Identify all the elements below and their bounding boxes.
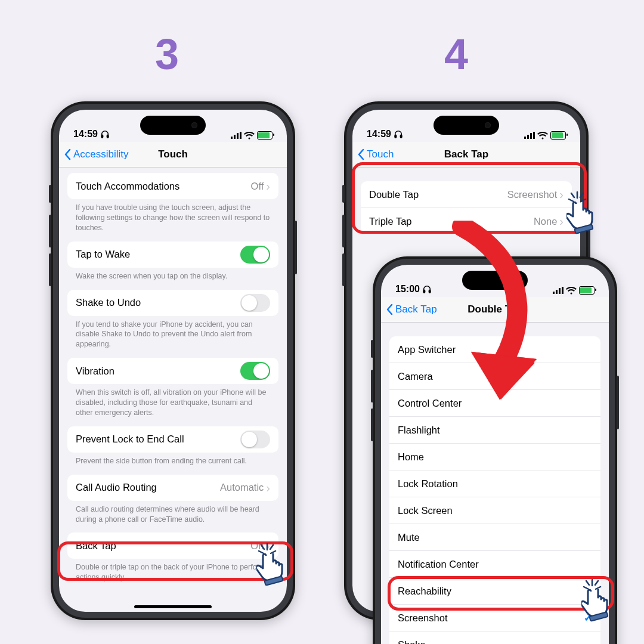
cellular-icon [553,287,564,294]
option-label: Home [398,451,424,463]
settings-content[interactable]: App SwitcherCameraControl CenterFlashlig… [381,320,609,644]
chevron-right-icon: › [559,215,564,227]
back-label: Touch [367,148,394,160]
chevron-left-icon [357,148,364,160]
home-indicator[interactable] [134,605,212,608]
svg-rect-0 [101,135,103,138]
option-shake[interactable]: Shake [389,631,600,644]
chevron-left-icon [64,148,71,160]
headphones-icon [422,284,432,294]
headphones-icon [100,129,110,139]
dynamic-island [462,271,528,290]
row-label: Back Tap [76,540,116,552]
group-footer: Prevent the side button from ending the … [67,453,278,466]
option-camera[interactable]: Camera [389,363,600,389]
option-lock-screen[interactable]: Lock Screen [389,497,600,524]
wifi-icon [537,132,548,140]
row-prevent-lock-to-end-call[interactable]: Prevent Lock to End Call [67,426,278,453]
svg-rect-16 [559,288,561,294]
row-label: Triple Tap [369,216,412,227]
svg-rect-8 [524,137,526,139]
row-label: Vibration [76,366,114,377]
switch[interactable] [240,431,270,448]
row-touch-accommodations[interactable]: Touch AccommodationsOff› [67,173,278,199]
option-label: Lock Screen [398,505,453,516]
group-footer: If you tend to shake your iPhone by acci… [67,316,278,350]
row-label: Shake to Undo [76,297,141,308]
row-back-tap[interactable]: Back TapOn› [67,532,278,559]
svg-rect-2 [231,137,233,139]
dynamic-island [140,116,206,135]
option-notification-center[interactable]: Notification Center [389,550,600,577]
back-label: Accessibility [73,148,129,160]
option-screenshot[interactable]: Screenshot✓ [389,604,600,631]
option-label: App Switcher [398,344,456,355]
option-label: Screenshot [398,612,447,624]
switch[interactable] [240,246,270,264]
wifi-icon [566,287,577,295]
chevron-right-icon: › [266,540,270,552]
option-reachability[interactable]: Reachability [389,577,600,604]
back-accessibility[interactable]: Accessibility [64,148,129,160]
option-control-center[interactable]: Control Center [389,389,600,416]
group-footer: Double or triple tap on the back of your… [67,559,278,583]
row-shake-to-undo[interactable]: Shake to Undo [67,290,278,316]
row-vibration[interactable]: Vibration [67,358,278,384]
nav-title: Back Tap [444,148,488,160]
wifi-icon [244,132,255,140]
option-lock-rotation[interactable]: Lock Rotation [389,470,600,497]
option-home[interactable]: Home [389,443,600,470]
battery-icon [257,131,273,140]
phone-double-tap: 15:00 Back Tap Double Tap App SwitcherCa… [373,256,617,644]
phone-touch-settings: 14:59 Accessibility Touch Touch Accommod… [51,101,295,620]
row-call-audio-routing[interactable]: Call Audio RoutingAutomatic› [67,475,278,501]
battery-icon [579,286,595,295]
svg-rect-14 [553,292,555,294]
row-value: Off [251,181,264,192]
nav-bar: Accessibility Touch [59,142,287,168]
settings-content[interactable]: Touch AccommodationsOff›If you have trou… [59,165,287,612]
svg-rect-5 [240,132,242,139]
svg-rect-7 [400,135,402,138]
nav-bar: Touch Back Tap [352,142,580,168]
option-label: Shake [398,639,426,645]
option-app-switcher[interactable]: App Switcher [389,336,600,363]
option-mute[interactable]: Mute [389,524,600,550]
switch[interactable] [240,294,270,312]
row-double-tap[interactable]: Double TapScreenshot› [361,181,572,208]
svg-rect-9 [527,135,529,139]
svg-rect-17 [562,287,564,294]
nav-title: Touch [158,148,188,160]
svg-rect-4 [237,133,239,139]
row-label: Call Audio Routing [76,482,157,493]
headphones-icon [394,129,403,139]
option-label: Notification Center [398,559,479,570]
row-triple-tap[interactable]: Triple TapNone› [361,208,572,234]
group-footer: Wake the screen when you tap on the disp… [67,268,278,281]
chevron-right-icon: › [266,180,270,192]
option-label: Mute [398,532,420,543]
step-number-4: 4 [444,30,468,79]
row-label: Double Tap [369,189,419,200]
option-label: Camera [398,371,433,382]
row-value: Automatic [220,482,264,493]
back-touch[interactable]: Touch [357,148,394,160]
row-value: Screenshot [507,189,557,200]
svg-rect-1 [107,135,109,138]
cellular-icon [231,132,242,139]
chevron-left-icon [386,304,393,315]
back-label: Back Tap [395,304,437,315]
group-footer: If you have trouble using the touch scre… [67,199,278,233]
checkmark-icon: ✓ [584,612,592,624]
row-label: Prevent Lock to End Call [76,434,184,445]
svg-rect-15 [556,290,558,294]
svg-rect-6 [395,135,397,138]
dynamic-island [434,116,499,135]
switch[interactable] [240,362,270,380]
svg-rect-11 [533,132,535,139]
battery-icon [550,131,566,140]
back-back-tap[interactable]: Back Tap [386,304,437,315]
row-tap-to-wake[interactable]: Tap to Wake [67,242,278,268]
option-flashlight[interactable]: Flashlight [389,416,600,443]
option-label: Reachability [398,586,451,597]
